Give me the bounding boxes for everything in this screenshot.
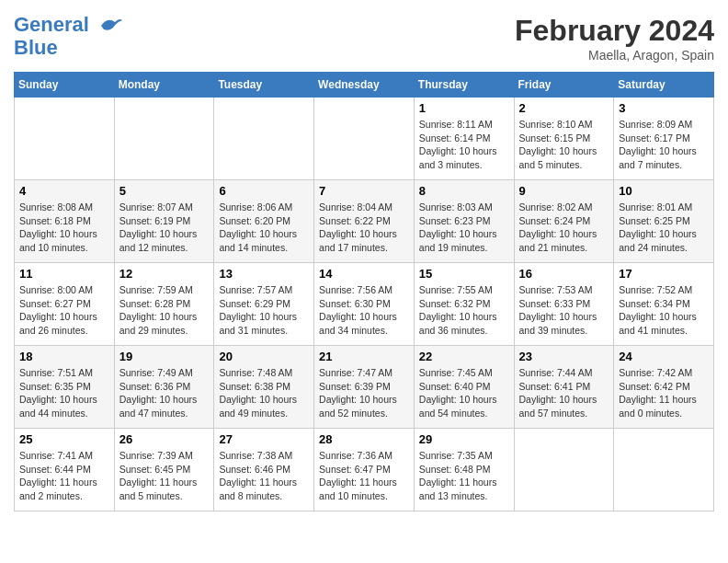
day-info: Sunrise: 8:10 AM Sunset: 6:15 PM Dayligh… — [519, 118, 609, 172]
calendar-cell: 23Sunrise: 7:44 AM Sunset: 6:41 PM Dayli… — [514, 346, 614, 429]
calendar-cell: 16Sunrise: 7:53 AM Sunset: 6:33 PM Dayli… — [514, 263, 614, 346]
day-info: Sunrise: 8:11 AM Sunset: 6:14 PM Dayligh… — [419, 118, 509, 172]
calendar-cell: 2Sunrise: 8:10 AM Sunset: 6:15 PM Daylig… — [514, 98, 614, 180]
calendar-cell: 6Sunrise: 8:06 AM Sunset: 6:20 PM Daylig… — [214, 180, 314, 263]
day-number: 24 — [619, 350, 709, 363]
day-number: 1 — [419, 101, 509, 115]
calendar-cell — [614, 429, 714, 511]
day-info: Sunrise: 7:53 AM Sunset: 6:33 PM Dayligh… — [519, 283, 609, 338]
day-info: Sunrise: 8:01 AM Sunset: 6:25 PM Dayligh… — [619, 201, 709, 255]
day-header-thursday: Thursday — [414, 73, 514, 98]
day-info: Sunrise: 8:04 AM Sunset: 6:22 PM Dayligh… — [319, 201, 409, 255]
day-info: Sunrise: 7:59 AM Sunset: 6:28 PM Dayligh… — [119, 283, 210, 338]
day-number: 16 — [519, 267, 609, 281]
calendar-cell: 29Sunrise: 7:35 AM Sunset: 6:48 PM Dayli… — [414, 429, 514, 511]
day-header-tuesday: Tuesday — [214, 73, 314, 98]
header-row: SundayMondayTuesdayWednesdayThursdayFrid… — [15, 73, 714, 98]
day-number: 3 — [619, 101, 709, 115]
calendar-cell: 22Sunrise: 7:45 AM Sunset: 6:40 PM Dayli… — [414, 346, 514, 429]
day-number: 9 — [519, 184, 609, 198]
day-header-saturday: Saturday — [614, 73, 714, 98]
logo-blue: Blue — [14, 37, 124, 59]
day-info: Sunrise: 7:55 AM Sunset: 6:32 PM Dayligh… — [419, 283, 509, 338]
location-subtitle: Maella, Aragon, Spain — [515, 48, 714, 63]
calendar-table: SundayMondayTuesdayWednesdayThursdayFrid… — [14, 72, 714, 511]
calendar-cell: 27Sunrise: 7:38 AM Sunset: 6:46 PM Dayli… — [214, 429, 314, 511]
calendar-cell: 18Sunrise: 7:51 AM Sunset: 6:35 PM Dayli… — [15, 346, 115, 429]
week-row-3: 18Sunrise: 7:51 AM Sunset: 6:35 PM Dayli… — [15, 346, 714, 429]
day-info: Sunrise: 7:52 AM Sunset: 6:34 PM Dayligh… — [619, 283, 709, 338]
calendar-cell: 20Sunrise: 7:48 AM Sunset: 6:38 PM Dayli… — [214, 346, 314, 429]
day-info: Sunrise: 7:56 AM Sunset: 6:30 PM Dayligh… — [319, 283, 409, 338]
day-number: 7 — [319, 184, 409, 198]
calendar-cell — [514, 429, 614, 511]
day-number: 22 — [419, 350, 509, 363]
calendar-cell: 28Sunrise: 7:36 AM Sunset: 6:47 PM Dayli… — [314, 429, 415, 511]
day-header-monday: Monday — [114, 73, 214, 98]
calendar-cell — [15, 98, 115, 180]
page-header: General Blue February 2024 Maella, Arago… — [14, 14, 714, 63]
day-info: Sunrise: 7:38 AM Sunset: 6:46 PM Dayligh… — [219, 449, 309, 503]
day-info: Sunrise: 8:00 AM Sunset: 6:27 PM Dayligh… — [19, 283, 109, 338]
day-header-friday: Friday — [514, 73, 614, 98]
calendar-cell: 3Sunrise: 8:09 AM Sunset: 6:17 PM Daylig… — [614, 98, 714, 180]
day-number: 18 — [19, 350, 109, 363]
day-number: 5 — [119, 184, 210, 198]
day-number: 25 — [19, 432, 109, 446]
day-number: 20 — [219, 350, 309, 363]
week-row-4: 25Sunrise: 7:41 AM Sunset: 6:44 PM Dayli… — [15, 429, 714, 511]
calendar-cell: 8Sunrise: 8:03 AM Sunset: 6:23 PM Daylig… — [414, 180, 514, 263]
day-number: 21 — [319, 350, 409, 363]
calendar-cell: 15Sunrise: 7:55 AM Sunset: 6:32 PM Dayli… — [414, 263, 514, 346]
day-info: Sunrise: 7:41 AM Sunset: 6:44 PM Dayligh… — [19, 449, 109, 503]
calendar-cell: 7Sunrise: 8:04 AM Sunset: 6:22 PM Daylig… — [314, 180, 415, 263]
calendar-cell: 1Sunrise: 8:11 AM Sunset: 6:14 PM Daylig… — [414, 98, 514, 180]
calendar-cell: 4Sunrise: 8:08 AM Sunset: 6:18 PM Daylig… — [15, 180, 115, 263]
week-row-0: 1Sunrise: 8:11 AM Sunset: 6:14 PM Daylig… — [15, 98, 714, 180]
day-number: 12 — [119, 267, 210, 281]
day-info: Sunrise: 8:02 AM Sunset: 6:24 PM Dayligh… — [519, 201, 609, 255]
day-header-wednesday: Wednesday — [314, 73, 415, 98]
day-info: Sunrise: 7:49 AM Sunset: 6:36 PM Dayligh… — [119, 366, 210, 420]
calendar-cell: 26Sunrise: 7:39 AM Sunset: 6:45 PM Dayli… — [114, 429, 214, 511]
day-number: 29 — [419, 432, 509, 446]
day-number: 14 — [319, 267, 409, 281]
day-info: Sunrise: 7:39 AM Sunset: 6:45 PM Dayligh… — [119, 449, 210, 503]
day-info: Sunrise: 7:42 AM Sunset: 6:42 PM Dayligh… — [619, 366, 709, 420]
day-info: Sunrise: 7:47 AM Sunset: 6:39 PM Dayligh… — [319, 366, 409, 420]
logo: General Blue — [14, 14, 124, 59]
day-number: 11 — [19, 267, 109, 281]
day-info: Sunrise: 8:07 AM Sunset: 6:19 PM Dayligh… — [119, 201, 210, 255]
day-header-sunday: Sunday — [15, 73, 115, 98]
calendar-cell: 10Sunrise: 8:01 AM Sunset: 6:25 PM Dayli… — [614, 180, 714, 263]
day-info: Sunrise: 8:08 AM Sunset: 6:18 PM Dayligh… — [19, 201, 109, 255]
day-number: 26 — [119, 432, 210, 446]
day-number: 28 — [319, 432, 409, 446]
calendar-cell: 19Sunrise: 7:49 AM Sunset: 6:36 PM Dayli… — [114, 346, 214, 429]
calendar-cell: 21Sunrise: 7:47 AM Sunset: 6:39 PM Dayli… — [314, 346, 415, 429]
day-number: 6 — [219, 184, 309, 198]
calendar-cell: 14Sunrise: 7:56 AM Sunset: 6:30 PM Dayli… — [314, 263, 415, 346]
day-number: 4 — [19, 184, 109, 198]
calendar-cell: 25Sunrise: 7:41 AM Sunset: 6:44 PM Dayli… — [15, 429, 115, 511]
day-info: Sunrise: 7:35 AM Sunset: 6:48 PM Dayligh… — [419, 449, 509, 503]
day-info: Sunrise: 8:06 AM Sunset: 6:20 PM Dayligh… — [219, 201, 309, 255]
day-number: 27 — [219, 432, 309, 446]
logo-text: General — [14, 14, 124, 37]
calendar-cell: 13Sunrise: 7:57 AM Sunset: 6:29 PM Dayli… — [214, 263, 314, 346]
day-info: Sunrise: 7:45 AM Sunset: 6:40 PM Dayligh… — [419, 366, 509, 420]
day-number: 23 — [519, 350, 609, 363]
calendar-cell: 9Sunrise: 8:02 AM Sunset: 6:24 PM Daylig… — [514, 180, 614, 263]
month-title: February 2024 — [515, 14, 714, 48]
calendar-cell: 12Sunrise: 7:59 AM Sunset: 6:28 PM Dayli… — [114, 263, 214, 346]
day-info: Sunrise: 8:03 AM Sunset: 6:23 PM Dayligh… — [419, 201, 509, 255]
calendar-cell: 17Sunrise: 7:52 AM Sunset: 6:34 PM Dayli… — [614, 263, 714, 346]
calendar-cell — [114, 98, 214, 180]
day-number: 2 — [519, 101, 609, 115]
day-number: 8 — [419, 184, 509, 198]
day-info: Sunrise: 7:51 AM Sunset: 6:35 PM Dayligh… — [19, 366, 109, 420]
title-block: February 2024 Maella, Aragon, Spain — [515, 14, 714, 63]
week-row-1: 4Sunrise: 8:08 AM Sunset: 6:18 PM Daylig… — [15, 180, 714, 263]
calendar-cell — [214, 98, 314, 180]
day-number: 15 — [419, 267, 509, 281]
